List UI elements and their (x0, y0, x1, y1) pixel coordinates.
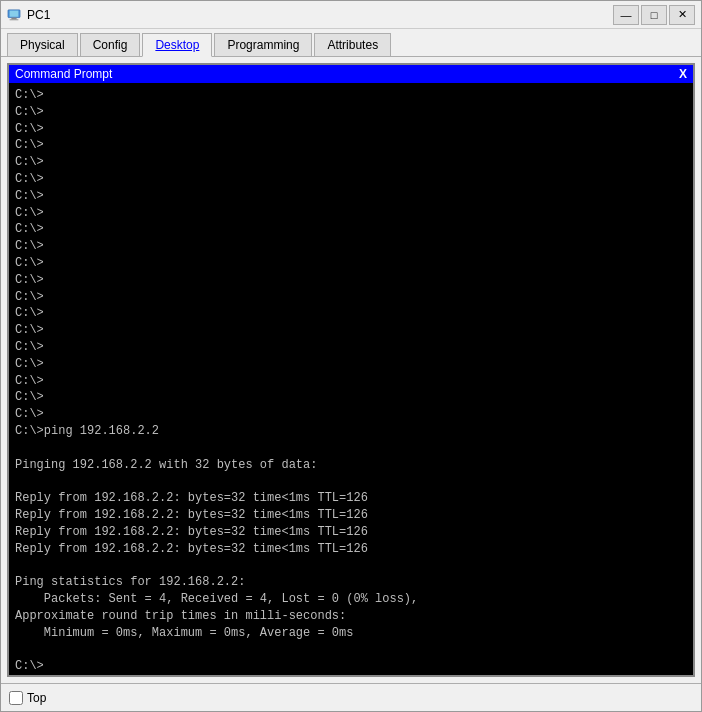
top-label: Top (27, 691, 46, 705)
close-button[interactable]: ✕ (669, 5, 695, 25)
tab-attributes[interactable]: Attributes (314, 33, 391, 56)
cmd-close-button[interactable]: X (679, 67, 687, 81)
main-window: PC1 — □ ✕ Physical Config Desktop Progra… (0, 0, 702, 712)
tab-config[interactable]: Config (80, 33, 141, 56)
tab-desktop[interactable]: Desktop (142, 33, 212, 57)
svg-rect-1 (10, 10, 19, 16)
svg-rect-3 (10, 19, 19, 20)
top-checkbox-label[interactable]: Top (9, 691, 46, 705)
cmd-title: Command Prompt (15, 67, 112, 81)
pc-icon (7, 8, 21, 22)
tab-physical[interactable]: Physical (7, 33, 78, 56)
cmd-title-bar: Command Prompt X (9, 65, 693, 83)
tab-programming[interactable]: Programming (214, 33, 312, 56)
svg-rect-2 (11, 17, 16, 19)
tabs-bar: Physical Config Desktop Programming Attr… (1, 29, 701, 57)
bottom-bar: Top (1, 683, 701, 711)
main-content: Command Prompt X C:\> C:\> C:\> C:\> C:\… (1, 57, 701, 683)
minimize-button[interactable]: — (613, 5, 639, 25)
cmd-output[interactable]: C:\> C:\> C:\> C:\> C:\> C:\> C:\> C:\> … (9, 83, 693, 675)
maximize-button[interactable]: □ (641, 5, 667, 25)
window-controls: — □ ✕ (613, 5, 695, 25)
window-title: PC1 (27, 8, 613, 22)
cmd-window: Command Prompt X C:\> C:\> C:\> C:\> C:\… (7, 63, 695, 677)
title-bar: PC1 — □ ✕ (1, 1, 701, 29)
top-checkbox[interactable] (9, 691, 23, 705)
